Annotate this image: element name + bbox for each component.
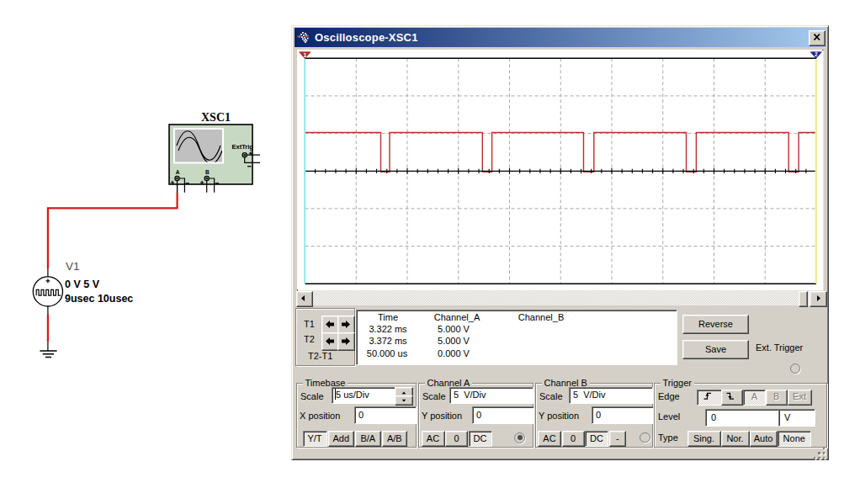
svg-text:XSC1: XSC1 bbox=[201, 111, 231, 124]
svg-text:0 V 5 V: 0 V 5 V bbox=[65, 279, 100, 290]
svg-text:B: B bbox=[205, 169, 210, 175]
svg-text:V1: V1 bbox=[66, 260, 80, 273]
svg-text:2: 2 bbox=[815, 51, 818, 57]
svg-text:A: A bbox=[176, 169, 180, 175]
svg-text:9usec 10usec: 9usec 10usec bbox=[65, 293, 133, 305]
svg-text:ExtTrig: ExtTrig bbox=[232, 143, 254, 151]
svg-text:1: 1 bbox=[303, 52, 306, 58]
